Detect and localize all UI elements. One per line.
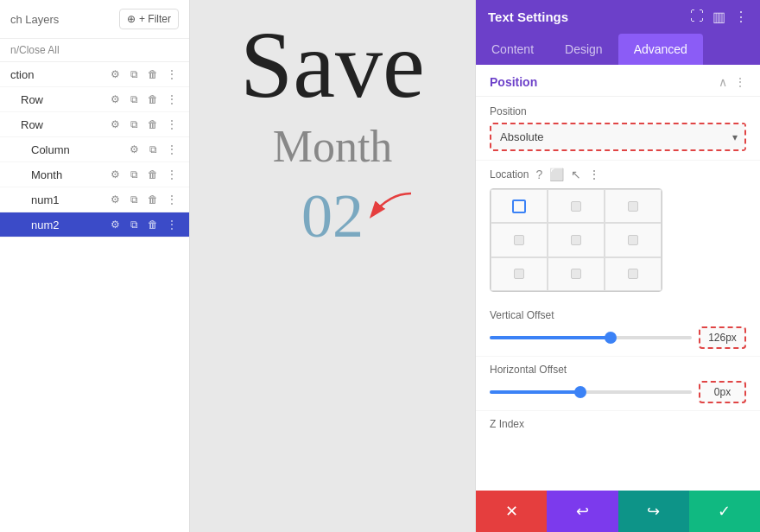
grid-cell-top-center[interactable] xyxy=(548,189,605,223)
layers-panel: ch Layers ⊕ + Filter n/Close All ction ⚙… xyxy=(0,0,190,532)
trash-icon[interactable]: 🗑 xyxy=(146,218,160,231)
grid-cell-top-right[interactable] xyxy=(605,189,662,223)
panel-title-bar: Text Settings ⛶ ▥ ⋮ xyxy=(476,0,760,34)
vertical-offset-thumb[interactable] xyxy=(605,332,617,344)
copy-icon[interactable]: ⧉ xyxy=(127,67,141,81)
filter-label: + Filter xyxy=(139,13,171,25)
grid-cell-mid-right[interactable] xyxy=(605,223,662,256)
confirm-button[interactable]: ✓ xyxy=(689,491,760,532)
undo-icon: ↩ xyxy=(576,502,589,521)
grid-cell-bot-left[interactable] xyxy=(491,257,548,291)
canvas-content: Save Month 02 xyxy=(223,0,442,269)
horizontal-offset-slider[interactable] xyxy=(490,390,692,394)
layer-item-column[interactable]: Column ⚙ ⧉ ⋮ xyxy=(0,137,189,162)
collapse-icon[interactable]: ∧ xyxy=(719,75,727,89)
more-icon[interactable]: ⋮ xyxy=(165,193,179,206)
layer-name: Month xyxy=(31,168,108,181)
grid-cell-mid-center[interactable] xyxy=(548,223,605,256)
copy-icon[interactable]: ⧉ xyxy=(127,168,141,181)
horizontal-offset-field: Horizontal Offset 0px xyxy=(476,357,760,411)
layer-actions: ⚙ ⧉ 🗑 ⋮ xyxy=(108,117,179,131)
tab-design[interactable]: Design xyxy=(549,34,618,65)
filter-button[interactable]: ⊕ + Filter xyxy=(119,9,179,29)
horizontal-offset-value[interactable]: 0px xyxy=(699,381,746,403)
panel-title: Text Settings xyxy=(488,10,568,24)
settings-icon[interactable]: ⚙ xyxy=(108,168,122,181)
layer-actions: ⚙ ⧉ 🗑 ⋮ xyxy=(108,168,179,181)
more-icon[interactable]: ⋮ xyxy=(165,142,179,156)
more-icon[interactable]: ⋮ xyxy=(165,117,179,131)
layer-actions: ⚙ ⧉ ⋮ xyxy=(127,142,179,156)
settings-icon[interactable]: ⚙ xyxy=(108,193,122,206)
redo-icon: ↪ xyxy=(647,502,660,521)
settings-icon[interactable]: ⚙ xyxy=(108,67,122,81)
more-icon[interactable]: ⋮ xyxy=(165,67,179,81)
grid-cell-top-left[interactable] xyxy=(491,189,548,223)
layer-item-row2[interactable]: Row ⚙ ⧉ 🗑 ⋮ xyxy=(0,112,189,137)
position-section-title: Position xyxy=(490,75,537,89)
vertical-offset-slider[interactable] xyxy=(490,336,692,339)
redo-button[interactable]: ↪ xyxy=(618,491,689,532)
split-icon[interactable]: ▥ xyxy=(712,9,725,25)
copy-icon[interactable]: ⧉ xyxy=(127,117,141,131)
location-row: Location ? ⬜ ↖ ⋮ xyxy=(476,161,760,188)
more-icon[interactable]: ⋮ xyxy=(165,218,179,231)
horizontal-offset-fill xyxy=(490,390,580,394)
vertical-offset-value[interactable]: 126px xyxy=(699,326,746,349)
cancel-button[interactable]: ✕ xyxy=(476,491,547,532)
layer-item-month[interactable]: Month ⚙ ⧉ 🗑 ⋮ xyxy=(0,162,189,187)
cancel-icon: ✕ xyxy=(505,502,518,521)
tab-advanced[interactable]: Advanced xyxy=(618,34,703,65)
grid-cell-indicator xyxy=(571,269,581,279)
horizontal-offset-thumb[interactable] xyxy=(574,386,586,398)
location-square-icon[interactable]: ⬜ xyxy=(549,168,564,181)
more-options-icon[interactable]: ⋮ xyxy=(734,9,748,25)
open-close-all-label[interactable]: n/Close All xyxy=(0,39,189,62)
layer-name: Row xyxy=(21,118,108,131)
copy-icon[interactable]: ⧉ xyxy=(146,142,160,156)
layer-actions: ⚙ ⧉ 🗑 ⋮ xyxy=(108,67,179,81)
copy-icon[interactable]: ⧉ xyxy=(127,218,141,231)
more-icon[interactable]: ⋮ xyxy=(165,168,179,181)
grid-cell-indicator xyxy=(628,201,638,212)
grid-cell-bot-right[interactable] xyxy=(605,257,662,291)
text-settings-panel: Text Settings ⛶ ▥ ⋮ Content Design Advan… xyxy=(475,0,760,532)
vertical-offset-row: 126px xyxy=(490,326,746,349)
settings-icon[interactable]: ⚙ xyxy=(127,142,141,156)
position-field-group: Position Static Relative Absolute Fixed … xyxy=(476,97,760,161)
question-icon[interactable]: ? xyxy=(535,168,542,181)
trash-icon[interactable]: 🗑 xyxy=(146,117,160,131)
canvas: Save Month 02 xyxy=(190,0,475,532)
layer-item-num1[interactable]: num1 ⚙ ⧉ 🗑 ⋮ xyxy=(0,187,189,212)
cursor-icon[interactable]: ↖ xyxy=(571,168,581,181)
trash-icon[interactable]: 🗑 xyxy=(146,168,160,181)
grid-cell-mid-left[interactable] xyxy=(491,223,548,256)
settings-icon[interactable]: ⚙ xyxy=(108,92,122,106)
tabs-bar: Content Design Advanced xyxy=(476,34,760,65)
fullscreen-icon[interactable]: ⛶ xyxy=(690,9,704,25)
undo-button[interactable]: ↩ xyxy=(547,491,618,532)
tab-content[interactable]: Content xyxy=(476,34,549,65)
section-more-icon[interactable]: ⋮ xyxy=(734,75,746,89)
position-select[interactable]: Static Relative Absolute Fixed xyxy=(491,124,744,149)
layer-item-num2[interactable]: num2 ⚙ ⧉ 🗑 ⋮ xyxy=(0,212,189,238)
grid-cell-bot-center[interactable] xyxy=(548,257,605,291)
canvas-month-text: Month xyxy=(240,121,425,172)
more-icon[interactable]: ⋮ xyxy=(165,92,179,106)
copy-icon[interactable]: ⧉ xyxy=(127,193,141,206)
arrow-indicator xyxy=(364,189,415,227)
layer-item-section[interactable]: ction ⚙ ⧉ 🗑 ⋮ xyxy=(0,62,189,87)
position-select-wrapper: Static Relative Absolute Fixed ▾ xyxy=(490,123,746,151)
layer-item-row1[interactable]: Row ⚙ ⧉ 🗑 ⋮ xyxy=(0,87,189,112)
trash-icon[interactable]: 🗑 xyxy=(146,67,160,81)
grid-cell-active-indicator xyxy=(512,200,526,213)
trash-icon[interactable]: 🗑 xyxy=(146,193,160,206)
panel-body: Position ∧ ⋮ Position Static Relative Ab… xyxy=(476,65,760,491)
settings-icon[interactable]: ⚙ xyxy=(108,218,122,231)
trash-icon[interactable]: 🗑 xyxy=(146,92,160,106)
position-grid[interactable] xyxy=(490,188,662,292)
copy-icon[interactable]: ⧉ xyxy=(127,92,141,106)
settings-icon[interactable]: ⚙ xyxy=(108,117,122,131)
grid-cell-indicator xyxy=(628,235,638,245)
location-more-icon[interactable]: ⋮ xyxy=(588,168,600,181)
